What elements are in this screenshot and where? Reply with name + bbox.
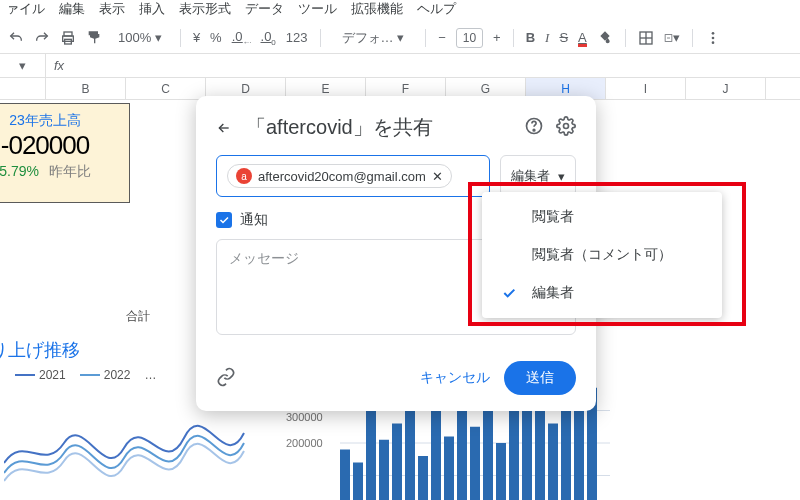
role-option-editor[interactable]: 編集者 — [482, 274, 722, 312]
borders-button[interactable] — [638, 30, 654, 46]
toolbar: 100% ▾ ¥ % .0← .00 123 デフォ… ▾ − 10 + B I… — [0, 22, 800, 54]
email-chip[interactable]: a aftercovid20com@gmail.com ✕ — [227, 164, 452, 188]
menu-view[interactable]: 表示 — [99, 0, 125, 18]
role-option-commenter[interactable]: 閲覧者（コメント可） — [482, 236, 722, 274]
minus-icon[interactable]: − — [438, 30, 446, 45]
name-box[interactable]: ▾ — [0, 54, 46, 77]
legend-2021: 2021 — [39, 368, 66, 382]
notify-checkbox[interactable] — [216, 212, 232, 228]
menu-tools[interactable]: ツール — [298, 0, 337, 18]
text-color-button[interactable]: A — [578, 30, 587, 45]
svg-point-8 — [711, 36, 714, 39]
menu-file[interactable]: ァイル — [6, 0, 45, 18]
svg-rect-25 — [496, 443, 506, 500]
chevron-down-icon: ▾ — [155, 30, 162, 45]
role-option-label: 閲覧者（コメント可） — [532, 246, 672, 264]
menu-data[interactable]: データ — [245, 0, 284, 18]
copy-link-icon[interactable] — [216, 367, 236, 390]
svg-point-9 — [711, 41, 714, 44]
col-j[interactable]: J — [686, 78, 766, 99]
chart-title: り上げ推移 — [0, 338, 80, 362]
separator — [320, 29, 321, 47]
notify-label: 通知 — [240, 211, 268, 229]
fx-label: fx — [46, 58, 72, 73]
decrease-decimal-button[interactable]: .0← — [232, 29, 251, 47]
svg-rect-14 — [353, 463, 363, 501]
sales-year-label: 23年売上高 — [0, 112, 119, 130]
more-icon[interactable] — [705, 30, 721, 46]
merge-button[interactable]: ▾ — [664, 30, 680, 46]
sales-pct: 5.79% — [0, 163, 39, 179]
svg-point-35 — [564, 124, 569, 129]
menu-ext[interactable]: 拡張機能 — [351, 0, 403, 18]
separator — [180, 29, 181, 47]
menu-edit[interactable]: 編集 — [59, 0, 85, 18]
role-option-label: 編集者 — [532, 284, 574, 302]
svg-rect-20 — [431, 411, 441, 501]
chart-legend: 2021 2022 … — [15, 368, 156, 382]
svg-rect-23 — [470, 427, 480, 500]
sales-amount: -020000 — [0, 130, 119, 161]
col-b[interactable]: B — [46, 78, 126, 99]
dialog-title: 「aftercovid」を共有 — [246, 114, 510, 141]
increase-decimal-button[interactable]: .00 — [261, 29, 276, 47]
italic-button[interactable]: I — [545, 30, 549, 46]
corner-cell[interactable] — [0, 78, 46, 99]
formula-bar: ▾ fx — [0, 54, 800, 78]
svg-rect-15 — [366, 411, 376, 501]
plus-icon[interactable]: + — [493, 30, 501, 45]
font-size-input[interactable]: 10 — [456, 28, 483, 48]
send-button[interactable]: 送信 — [504, 361, 576, 395]
svg-rect-13 — [340, 450, 350, 501]
role-dropdown[interactable]: 編集者 ▾ — [500, 155, 576, 197]
menubar: ァイル 編集 表示 挿入 表示形式 データ ツール 拡張機能 ヘルプ — [0, 0, 800, 22]
help-icon[interactable] — [524, 116, 544, 139]
chip-email: aftercovid20com@gmail.com — [258, 169, 426, 184]
separator — [425, 29, 426, 47]
cancel-button[interactable]: キャンセル — [406, 361, 504, 395]
settings-icon[interactable] — [556, 116, 576, 139]
role-option-viewer[interactable]: 閲覧者 — [482, 198, 722, 236]
currency-button[interactable]: ¥ — [193, 30, 200, 45]
strike-button[interactable]: S — [559, 30, 568, 45]
col-i[interactable]: I — [606, 78, 686, 99]
svg-point-7 — [711, 32, 714, 35]
menu-format[interactable]: 表示形式 — [179, 0, 231, 18]
legend-2022: 2022 — [104, 368, 131, 382]
people-input[interactable]: a aftercovid20com@gmail.com ✕ — [216, 155, 490, 197]
svg-rect-29 — [548, 424, 558, 501]
separator — [625, 29, 626, 47]
svg-rect-31 — [574, 407, 584, 500]
role-option-label: 閲覧者 — [532, 208, 574, 226]
redo-icon[interactable] — [34, 30, 50, 46]
zoom-dropdown[interactable]: 100% ▾ — [112, 28, 168, 47]
avatar: a — [236, 168, 252, 184]
percent-button[interactable]: % — [210, 30, 222, 45]
svg-rect-21 — [444, 437, 454, 501]
sales-card: 23年売上高 -020000 5.79% 昨年比 — [0, 103, 130, 203]
menu-help[interactable]: ヘルプ — [417, 0, 456, 18]
chip-remove-icon[interactable]: ✕ — [432, 169, 443, 184]
fill-color-button[interactable] — [597, 30, 613, 46]
check-icon — [500, 285, 518, 301]
undo-icon[interactable] — [8, 30, 24, 46]
bold-button[interactable]: B — [526, 30, 535, 45]
separator — [692, 29, 693, 47]
paint-format-icon[interactable] — [86, 30, 102, 46]
chevron-down-icon: ▾ — [558, 169, 565, 184]
svg-rect-19 — [418, 456, 428, 500]
svg-rect-27 — [522, 411, 532, 501]
role-value: 編集者 — [511, 167, 550, 185]
sum-label: 合計 — [126, 308, 150, 325]
svg-rect-17 — [392, 424, 402, 501]
back-icon[interactable] — [216, 120, 232, 136]
svg-rect-16 — [379, 440, 389, 500]
svg-rect-24 — [483, 398, 493, 501]
format-number-button[interactable]: 123 — [286, 30, 308, 45]
col-c[interactable]: C — [126, 78, 206, 99]
print-icon[interactable] — [60, 30, 76, 46]
role-menu: 閲覧者 閲覧者（コメント可） 編集者 — [482, 192, 722, 318]
menu-insert[interactable]: 挿入 — [139, 0, 165, 18]
svg-point-34 — [533, 129, 535, 131]
font-dropdown[interactable]: デフォ… ▾ — [333, 26, 414, 50]
